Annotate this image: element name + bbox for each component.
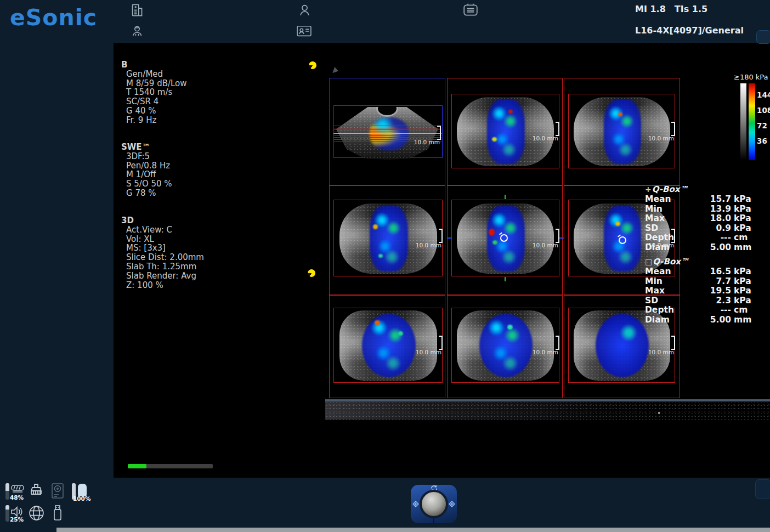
- slice-cell[interactable]: 10.0 mm: [447, 295, 563, 398]
- measurement-row: Depth---cm: [645, 305, 754, 315]
- trackball-control[interactable]: [411, 485, 457, 523]
- axis-tick-icon: [505, 195, 506, 199]
- pan-right-icon[interactable]: [448, 500, 456, 510]
- param-line: G 40 %: [121, 106, 187, 116]
- progress-fill: [128, 464, 146, 468]
- battery-icon: [78, 484, 87, 496]
- pointer-cursor: [332, 67, 339, 75]
- slice-cell[interactable]: 10.0 mm: [447, 78, 563, 185]
- colorbar-max-label: ≥180 kPa: [734, 73, 768, 81]
- measurement-row: Diam5.00mm: [645, 243, 754, 253]
- probe-preset-label[interactable]: L16-4X[4097]/General: [635, 25, 744, 36]
- gel-warmer-percent: 48%: [10, 494, 24, 501]
- ultrasound-slice-image: [574, 97, 670, 166]
- scale-bracket-icon: [671, 122, 675, 136]
- app-logo: eSonic: [10, 4, 97, 31]
- param-line: Vol: XL: [121, 235, 204, 244]
- battery-percent: 100%: [73, 495, 90, 502]
- qbox-roi-circle[interactable]: [500, 234, 508, 242]
- param-line: Pen/0.8 Hz: [121, 161, 172, 171]
- qbox2-marker: □: [645, 257, 652, 266]
- scale-bracket-icon: [556, 229, 559, 243]
- threed-title: 3D: [121, 216, 204, 225]
- measurement-row: Mean16.5kPa: [645, 267, 754, 277]
- b-mode-params: B Gen/Med M 8/59 dB/Low T 1540 m/s SC/SR…: [121, 60, 187, 125]
- volume-percent: 25%: [10, 516, 24, 523]
- param-line: M 1/Off: [121, 170, 172, 179]
- param-line: Slab Render: Avg: [121, 271, 204, 281]
- swe-params: SWE™ 3DF:5 Pen/0.8 Hz M 1/Off S 5/O 50 %…: [121, 143, 172, 198]
- slice-cell[interactable]: 10.0 mm: [329, 295, 445, 398]
- scale-marker: 10.0 mm: [556, 336, 559, 350]
- ultrasound-slice-image: [457, 97, 554, 166]
- patient-id-icon[interactable]: [296, 24, 312, 38]
- colorbar-tick: 72: [757, 121, 767, 130]
- qbox1-title: Q-Box™: [652, 184, 688, 194]
- side-panel-tab-top[interactable]: [756, 30, 770, 44]
- elasticity-colorbar: [749, 83, 755, 160]
- slice-cell[interactable]: 10.0 mm: [329, 185, 445, 295]
- scale-marker: 10.0 mm: [437, 126, 441, 140]
- slice-cell-active[interactable]: 10.0 mm: [447, 185, 563, 295]
- param-line: Slice Dist: 2.00mm: [121, 253, 204, 262]
- grayscale-bar: [740, 83, 746, 160]
- scale-label: 10.0 mm: [414, 139, 440, 145]
- scale-bracket-icon: [437, 126, 441, 140]
- scale-label: 10.0 mm: [416, 242, 441, 248]
- operator-icon[interactable]: [131, 24, 144, 38]
- measurement-row: Mean15.7kPa: [645, 195, 754, 205]
- measurement-row: Min7.7kPa: [645, 277, 754, 287]
- axis-tick-icon: [505, 277, 506, 281]
- scale-marker: 10.0 mm: [671, 122, 675, 136]
- axis-tick-icon: [447, 237, 451, 239]
- pan-left-icon[interactable]: [412, 500, 420, 510]
- side-panel-tab-bottom[interactable]: [755, 479, 770, 499]
- measurement-row: Min13.9kPa: [645, 205, 754, 214]
- qbox-roi-circle[interactable]: [619, 236, 626, 244]
- ultrasound-slice-image: [457, 310, 554, 381]
- usb-icon[interactable]: [52, 505, 64, 522]
- measurement-row: Depth---cm: [645, 233, 754, 243]
- param-line: M 8/59 dB/Low: [121, 79, 187, 88]
- patient-icon[interactable]: [298, 3, 312, 18]
- scale-marker: 10.0 mm: [439, 229, 443, 243]
- mi-value: MI 1.8: [635, 4, 666, 14]
- trackball-divider: [433, 518, 434, 523]
- slice-roi-box: 10.0 mm: [451, 94, 559, 168]
- scale-marker: 10.0 mm: [556, 229, 559, 243]
- scale-label: 10.0 mm: [648, 135, 674, 142]
- network-icon[interactable]: [27, 504, 46, 522]
- colorbar-tick: 108: [757, 106, 770, 115]
- slice-cell-reference[interactable]: 10.0 mm: [329, 78, 445, 185]
- slice-roi-box: 10.0 mm: [333, 200, 443, 276]
- acoustic-indices: MI 1.8 TIs 1.5: [635, 4, 707, 14]
- measurement-row: Max19.5kPa: [645, 286, 754, 296]
- param-line: MS: [3x3]: [121, 244, 204, 253]
- param-line: SC/SR 4: [121, 97, 187, 106]
- measurement-row: SD0.9kPa: [645, 224, 754, 234]
- param-line: Slab Th: 1.25mm: [121, 262, 204, 271]
- qbox-panel-1: + Q-Box™ Mean15.7kPa Min13.9kPa Max18.0k…: [645, 184, 754, 253]
- probe-orientation-icon: [309, 61, 316, 69]
- measurement-row: Diam5.00mm: [645, 315, 754, 325]
- gel-warmer-icon[interactable]: [10, 484, 25, 494]
- scale-label: 10.0 mm: [416, 349, 441, 355]
- slice-cell[interactable]: 10.0 mm: [564, 78, 680, 185]
- scale-marker: 10.0 mm: [556, 122, 559, 136]
- scale-bracket-icon: [556, 336, 559, 350]
- trackball-ball[interactable]: [420, 490, 448, 518]
- qbox1-marker: +: [645, 185, 652, 194]
- scale-marker: 10.0 mm: [671, 336, 675, 350]
- colorbar-tick: 144: [757, 90, 770, 99]
- report-icon[interactable]: [462, 2, 479, 18]
- b-mode-title: B: [121, 60, 187, 70]
- brush-icon[interactable]: [27, 482, 45, 500]
- acquisition-progress-bar: [128, 464, 213, 468]
- strip-dot: [658, 412, 660, 414]
- hospital-icon[interactable]: [129, 3, 144, 18]
- reference-strip-image: [325, 401, 770, 420]
- param-line: G 78 %: [121, 189, 172, 198]
- tis-value: TIs 1.5: [675, 4, 707, 14]
- hard-disk-icon: [51, 483, 64, 499]
- scale-bracket-icon: [671, 336, 675, 350]
